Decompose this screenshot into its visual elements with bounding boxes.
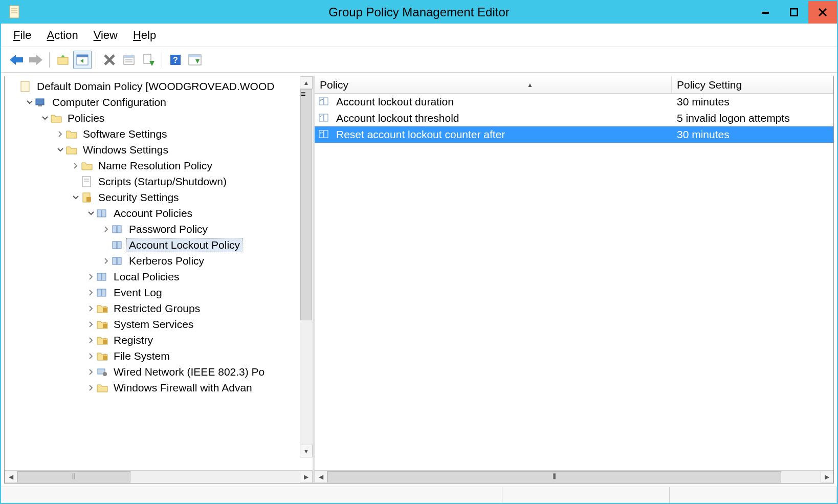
tree-item[interactable]: Default Domain Policy [WOODGROVEAD.WOOD	[5, 78, 313, 94]
tree-item[interactable]: Wired Network (IEEE 802.3) Po	[5, 364, 313, 380]
policies-icon	[112, 255, 123, 267]
column-header-policy[interactable]: Policy ▲	[315, 76, 672, 93]
tree-item[interactable]: Event Log	[5, 284, 313, 300]
list-rows[interactable]: Account lockout duration30 minutesAccoun…	[315, 94, 833, 470]
svg-rect-0	[10, 6, 19, 18]
tree-item[interactable]: Security Settings	[5, 189, 313, 205]
scroll-track[interactable]: ⦀	[327, 471, 821, 483]
scroll-up-button[interactable]: ▲	[300, 76, 313, 89]
expand-toggle-icon[interactable]	[71, 193, 80, 202]
help-button[interactable]: ?	[166, 51, 185, 69]
tree-item[interactable]: Name Resolution Policy	[5, 158, 313, 173]
tree-horizontal-scrollbar[interactable]: ◀ ⦀ ▶	[5, 470, 313, 483]
scroll-thumb[interactable]: ⦀	[327, 471, 781, 483]
column-header-setting[interactable]: Policy Setting	[672, 76, 833, 93]
tree-item-label: Password Policy	[126, 222, 210, 236]
tree-item[interactable]: Scripts (Startup/Shutdown)	[5, 173, 313, 189]
folderlock-icon	[97, 335, 108, 346]
expand-toggle-icon[interactable]	[86, 383, 96, 392]
expand-toggle-icon[interactable]	[56, 129, 65, 139]
svg-rect-26	[189, 55, 201, 57]
tree[interactable]: Default Domain Policy [WOODGROVEAD.WOODC…	[5, 76, 313, 396]
list-row[interactable]: Account lockout threshold5 invalid logon…	[315, 110, 833, 126]
tree-vertical-scrollbar[interactable]: ▲ ≡ ▼	[300, 76, 313, 457]
scroll-thumb[interactable]: ⦀	[17, 471, 130, 483]
scroll-track[interactable]: ⦀	[17, 471, 300, 483]
close-button[interactable]	[808, 1, 837, 24]
delete-button[interactable]	[100, 51, 119, 69]
svg-rect-4	[762, 12, 769, 14]
expand-toggle-icon	[71, 177, 80, 186]
menu-view[interactable]: View	[94, 29, 118, 42]
show-hide-console-tree-button[interactable]	[73, 51, 92, 69]
status-cell	[502, 487, 670, 503]
tree-item[interactable]: Software Settings	[5, 126, 313, 142]
expand-toggle-icon[interactable]	[86, 336, 96, 345]
export-list-button[interactable]	[139, 51, 158, 69]
tree-item[interactable]: Account Lockout Policy	[5, 237, 313, 253]
tree-item[interactable]: Password Policy	[5, 221, 313, 237]
tree-item[interactable]: Windows Settings	[5, 142, 313, 158]
svg-marker-9	[29, 55, 42, 65]
expand-toggle-icon[interactable]	[102, 256, 111, 266]
policy-name: Account lockout threshold	[336, 112, 459, 124]
scroll-icon	[20, 81, 31, 92]
policy-item-icon	[319, 129, 330, 140]
scroll-down-button[interactable]: ▼	[300, 445, 313, 457]
toolbar-separator	[162, 52, 162, 68]
tree-item[interactable]: Local Policies	[5, 269, 313, 284]
tree-item[interactable]: Kerberos Policy	[5, 253, 313, 269]
svg-rect-29	[36, 99, 44, 105]
maximize-button[interactable]	[780, 1, 808, 24]
scroll-right-button[interactable]: ▶	[821, 471, 833, 483]
forward-button[interactable]	[27, 51, 45, 69]
list-row[interactable]: Reset account lockout counter after30 mi…	[315, 126, 833, 143]
minimize-button[interactable]	[751, 1, 780, 24]
expand-toggle-icon[interactable]	[56, 145, 65, 155]
properties-button[interactable]	[120, 51, 138, 69]
filter-button[interactable]	[186, 51, 204, 69]
menu-action[interactable]: Action	[47, 29, 78, 42]
policies-icon	[97, 208, 108, 219]
tree-item[interactable]: Policies	[5, 110, 313, 126]
menu-help[interactable]: Help	[133, 29, 156, 42]
expand-toggle-icon[interactable]	[86, 209, 96, 218]
tree-item[interactable]: Restricted Groups	[5, 300, 313, 316]
expand-toggle-icon[interactable]	[86, 288, 96, 297]
policies-icon	[97, 287, 108, 298]
tree-item-label: Software Settings	[80, 127, 170, 141]
up-button[interactable]	[54, 51, 72, 69]
back-button[interactable]	[7, 51, 26, 69]
tree-item[interactable]: Registry	[5, 332, 313, 348]
expand-toggle-icon[interactable]	[86, 367, 96, 377]
folder-icon	[81, 160, 93, 171]
expand-toggle-icon[interactable]	[86, 304, 96, 313]
tree-item[interactable]: Account Policies	[5, 205, 313, 221]
tree-item[interactable]: System Services	[5, 316, 313, 332]
system-icon[interactable]	[7, 4, 23, 19]
expand-toggle-icon[interactable]	[86, 272, 96, 281]
expand-toggle-icon[interactable]	[86, 320, 96, 329]
list-row[interactable]: Account lockout duration30 minutes	[315, 94, 833, 110]
svg-rect-38	[113, 226, 117, 233]
scroll-thumb[interactable]: ≡	[300, 89, 312, 320]
expand-toggle-icon[interactable]	[86, 352, 96, 361]
expand-toggle-icon[interactable]	[71, 161, 80, 170]
scroll-left-button[interactable]: ◀	[5, 471, 17, 483]
expand-toggle-icon[interactable]	[40, 114, 50, 123]
tree-item[interactable]: File System	[5, 348, 313, 364]
sort-indicator-icon: ▲	[527, 81, 666, 89]
titlebar[interactable]: Group Policy Management Editor	[1, 1, 837, 24]
list-horizontal-scrollbar[interactable]: ◀ ⦀ ▶	[315, 470, 833, 483]
window-title: Group Policy Management Editor	[328, 5, 510, 19]
menu-file[interactable]: File	[13, 29, 31, 42]
expand-toggle-icon[interactable]	[25, 98, 34, 107]
folderlock-icon	[97, 350, 108, 362]
scroll-right-button[interactable]: ▶	[300, 471, 313, 483]
expand-toggle-icon[interactable]	[102, 225, 111, 234]
toolbar-separator	[49, 52, 50, 68]
tree-item[interactable]: Computer Configuration	[5, 94, 313, 110]
scroll-left-button[interactable]: ◀	[315, 471, 327, 483]
tree-item[interactable]: Windows Firewall with Advan	[5, 380, 313, 396]
scroll-track[interactable]: ≡	[300, 89, 313, 445]
